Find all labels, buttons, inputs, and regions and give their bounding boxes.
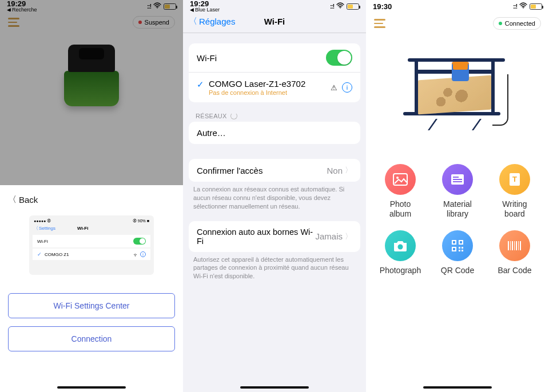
svg-rect-29 bbox=[520, 241, 521, 250]
svg-rect-8 bbox=[453, 179, 462, 180]
svg-rect-21 bbox=[460, 241, 462, 243]
app-header: Connected bbox=[366, 11, 549, 35]
menu-icon[interactable] bbox=[374, 19, 385, 28]
cellular-icon: ::! bbox=[330, 3, 334, 10]
checkmark-icon: ✓ bbox=[197, 79, 204, 90]
wifi-icon bbox=[519, 2, 527, 10]
status-pill[interactable]: Connected bbox=[493, 17, 541, 30]
cellular-icon: ::! bbox=[513, 3, 517, 10]
bottom-sheet: 〈 Back ●●●●● ⦿⦿ 90% ■ 〈 Settings Wi-Fi W… bbox=[0, 185, 183, 392]
svg-rect-17 bbox=[462, 247, 463, 249]
wifi-icon bbox=[336, 2, 344, 10]
screen-app-home: 19:30 ::! Connected bbox=[366, 0, 549, 392]
networks-section-header: RÉSEAUX bbox=[196, 113, 366, 119]
preview-back-link: 〈 Settings bbox=[34, 225, 55, 231]
nav-back-button[interactable]: 〈 Réglages bbox=[189, 16, 235, 27]
home-indicator[interactable] bbox=[423, 386, 492, 389]
main-menu-grid: Photoalbum Materiallibrary T Writingboar… bbox=[366, 141, 549, 275]
menu-item-material-library[interactable]: Materiallibrary bbox=[429, 164, 486, 219]
modal-backdrop[interactable] bbox=[0, 0, 183, 185]
menu-item-bar-code[interactable]: Bar Code bbox=[486, 230, 543, 275]
svg-text:T: T bbox=[512, 175, 517, 183]
other-network-row[interactable]: Autre… bbox=[189, 122, 360, 144]
preview-title: Wi-Fi bbox=[77, 226, 88, 231]
wifi-toggle-group: Wi-Fi ✓ COMGO Laser-Z1-e3702 Pas de conn… bbox=[189, 43, 360, 102]
wifi-toggle-row[interactable]: Wi-Fi bbox=[189, 43, 360, 73]
preview-network-name: COMGO Z1 bbox=[45, 252, 69, 257]
svg-point-1 bbox=[135, 255, 136, 256]
svg-rect-19 bbox=[462, 250, 463, 251]
svg-rect-28 bbox=[518, 241, 519, 250]
preview-wifi-label: Wi-Fi bbox=[37, 239, 48, 244]
writing-board-icon: T bbox=[499, 164, 530, 195]
svg-rect-20 bbox=[453, 241, 455, 243]
preview-wifi-toggle-icon bbox=[133, 238, 146, 245]
qr-code-icon bbox=[442, 230, 473, 261]
screen-app-sheet: 19:29 ◀ Recherche ::! Suspend 〈 Back bbox=[0, 0, 183, 392]
home-indicator[interactable] bbox=[57, 386, 126, 389]
device-preview bbox=[366, 35, 549, 141]
insecure-icon: ⚠︎ bbox=[331, 83, 337, 92]
svg-rect-22 bbox=[453, 248, 455, 250]
screen-ios-wifi-settings: 19:29 ◀ Blue Laser ::! 〈 Réglages Wi-Fi … bbox=[183, 0, 366, 392]
wifi-settings-preview: ●●●●● ⦿⦿ 90% ■ 〈 Settings Wi-Fi Wi-Fi ✓ … bbox=[29, 215, 154, 275]
menu-item-photograph[interactable]: Photograph bbox=[372, 230, 429, 275]
confirm-access-footer: La connexion aux réseaux connus est auto… bbox=[183, 182, 366, 211]
status-icons: ::! bbox=[330, 2, 359, 10]
auto-join-footer: Autorisez cet appareil à détecter automa… bbox=[183, 252, 366, 281]
svg-point-5 bbox=[396, 177, 399, 179]
chevron-right-icon: 〉 bbox=[345, 165, 352, 175]
auto-join-group: Connexion auto aux bornes Wi-Fi Jamais〉 bbox=[189, 221, 360, 252]
chevron-left-icon: 〈 bbox=[8, 194, 17, 205]
status-bar: 19:29 ◀ Blue Laser ::! bbox=[183, 0, 366, 11]
battery-icon bbox=[347, 3, 359, 10]
chevron-right-icon: 〉 bbox=[345, 231, 352, 242]
preview-network-icons: i bbox=[133, 251, 146, 257]
checkmark-icon: ✓ bbox=[37, 251, 42, 257]
menu-item-photo-album[interactable]: Photoalbum bbox=[372, 164, 429, 219]
confirm-access-row[interactable]: Confirmer l'accès Non〉 bbox=[189, 159, 360, 182]
svg-rect-25 bbox=[512, 241, 513, 250]
svg-point-3 bbox=[523, 7, 524, 9]
network-warning: Pas de connexion à Internet bbox=[209, 89, 305, 96]
battery-icon bbox=[530, 3, 542, 10]
auto-join-row[interactable]: Connexion auto aux bornes Wi-Fi Jamais〉 bbox=[189, 221, 360, 252]
menu-item-writing-board[interactable]: T Writingboard bbox=[486, 164, 543, 219]
networks-group: Autre… bbox=[189, 122, 360, 144]
spinner-icon bbox=[230, 113, 237, 119]
svg-rect-4 bbox=[393, 174, 407, 185]
svg-rect-18 bbox=[459, 250, 460, 251]
engraver-image bbox=[403, 46, 512, 131]
status-dot-icon bbox=[499, 22, 502, 25]
photograph-icon bbox=[385, 230, 416, 261]
status-icons: ::! bbox=[513, 2, 542, 10]
status-bar: 19:30 ::! bbox=[366, 0, 549, 11]
svg-point-2 bbox=[340, 7, 341, 9]
svg-rect-7 bbox=[453, 177, 459, 178]
bar-code-icon bbox=[499, 230, 530, 261]
nav-title: Wi-Fi bbox=[264, 17, 285, 26]
confirm-access-group: Confirmer l'accès Non〉 bbox=[189, 159, 360, 182]
nav-bar: 〈 Réglages Wi-Fi bbox=[183, 11, 366, 33]
svg-rect-16 bbox=[459, 247, 460, 249]
svg-rect-24 bbox=[510, 241, 511, 250]
connected-network-row[interactable]: ✓ COMGO Laser-Z1-e3702 Pas de connexion … bbox=[189, 73, 360, 102]
svg-rect-9 bbox=[453, 181, 462, 182]
svg-rect-26 bbox=[514, 241, 515, 250]
material-library-icon bbox=[442, 164, 473, 195]
chevron-left-icon: 〈 bbox=[189, 16, 197, 27]
info-icon[interactable]: i bbox=[342, 82, 352, 93]
connection-button[interactable]: Connection bbox=[8, 326, 175, 351]
photo-album-icon bbox=[385, 164, 416, 195]
home-indicator[interactable] bbox=[240, 386, 309, 389]
wifi-settings-center-button[interactable]: Wi-Fi Settings Center bbox=[8, 293, 175, 318]
svg-point-12 bbox=[398, 244, 403, 249]
menu-item-qr-code[interactable]: QR Code bbox=[429, 230, 486, 275]
status-time: 19:30 bbox=[373, 3, 392, 10]
wifi-toggle[interactable] bbox=[326, 50, 352, 66]
network-name: COMGO Laser-Z1-e3702 bbox=[209, 79, 305, 89]
svg-rect-23 bbox=[508, 241, 509, 250]
sheet-back-button[interactable]: 〈 Back bbox=[8, 194, 175, 205]
svg-rect-27 bbox=[516, 241, 517, 250]
